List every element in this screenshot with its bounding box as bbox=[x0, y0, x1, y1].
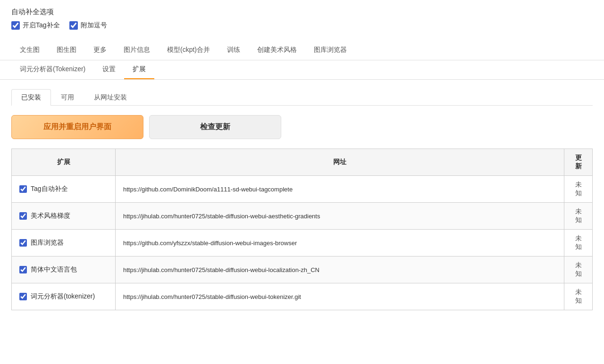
ext-checkbox[interactable] bbox=[19, 185, 27, 193]
ext-update-status: 未知 bbox=[564, 203, 593, 230]
add-comma-option[interactable]: 附加逗号 bbox=[69, 21, 107, 30]
inner-tabs: 已安装 可用 从网址安装 bbox=[11, 89, 593, 106]
add-comma-checkbox[interactable] bbox=[69, 21, 78, 30]
ext-update-status: 未知 bbox=[564, 176, 593, 203]
ext-name: 词元分析器(tokenizer) bbox=[31, 292, 95, 301]
col-header-url: 网址 bbox=[116, 149, 564, 176]
ext-url: https://jihulab.com/hunter0725/stable-di… bbox=[116, 203, 564, 230]
ext-checkbox[interactable] bbox=[19, 266, 27, 273]
main-nav: 文生图 图生图 更多 图片信息 模型(ckpt)合并 训练 创建美术风格 图库浏… bbox=[0, 41, 604, 60]
ext-name: 简体中文语言包 bbox=[31, 265, 77, 274]
ext-url: https://jihulab.com/hunter0725/stable-di… bbox=[116, 256, 564, 283]
ext-name: 美术风格梯度 bbox=[31, 212, 70, 220]
tab-installed[interactable]: 已安装 bbox=[11, 89, 51, 106]
tab-extensions[interactable]: 扩展 bbox=[124, 60, 154, 79]
tag-complete-label: 开启Tag补全 bbox=[23, 21, 60, 30]
ext-name-cell: 简体中文语言包 bbox=[12, 256, 116, 283]
tab-install-url[interactable]: 从网址安装 bbox=[84, 89, 137, 106]
apply-restart-button[interactable]: 应用并重启用户界面 bbox=[11, 115, 143, 139]
col-header-extension: 扩展 bbox=[12, 149, 116, 176]
ext-url: https://github.com/yfszzx/stable-diffusi… bbox=[116, 230, 564, 256]
tab-train[interactable]: 训练 bbox=[218, 41, 249, 60]
autocomplete-section: 自动补全选项 开启Tag补全 附加逗号 bbox=[0, 0, 604, 41]
ext-name: Tag自动补全 bbox=[31, 185, 68, 193]
autocomplete-options: 开启Tag补全 附加逗号 bbox=[11, 21, 593, 30]
content-area: 已安装 可用 从网址安装 应用并重启用户界面 检查更新 扩展 网址 更新 Tag… bbox=[0, 80, 604, 320]
ext-name-cell: Tag自动补全 bbox=[12, 176, 116, 203]
ext-name-cell: 美术风格梯度 bbox=[12, 203, 116, 230]
ext-url: https://github.com/DominikDoom/a1111-sd-… bbox=[116, 176, 564, 203]
table-row: 词元分析器(tokenizer)https://jihulab.com/hunt… bbox=[12, 283, 593, 310]
table-row: 简体中文语言包https://jihulab.com/hunter0725/st… bbox=[12, 256, 593, 283]
ext-update-status: 未知 bbox=[564, 230, 593, 256]
tab-model-merge[interactable]: 模型(ckpt)合并 bbox=[159, 41, 218, 60]
ext-checkbox[interactable] bbox=[19, 212, 27, 220]
ext-checkbox[interactable] bbox=[19, 239, 27, 247]
add-comma-label: 附加逗号 bbox=[81, 21, 107, 30]
ext-name-cell: 图库浏览器 bbox=[12, 230, 116, 256]
table-row: 美术风格梯度https://jihulab.com/hunter0725/sta… bbox=[12, 203, 593, 230]
tab-img-info[interactable]: 图片信息 bbox=[115, 41, 159, 60]
ext-update-status: 未知 bbox=[564, 256, 593, 283]
tag-complete-option[interactable]: 开启Tag补全 bbox=[11, 21, 60, 30]
ext-update-status: 未知 bbox=[564, 283, 593, 310]
ext-checkbox[interactable] bbox=[19, 293, 27, 300]
table-row: Tag自动补全https://github.com/DominikDoom/a1… bbox=[12, 176, 593, 203]
tab-img2img[interactable]: 图生图 bbox=[48, 41, 85, 60]
ext-name: 图库浏览器 bbox=[31, 239, 64, 247]
tab-more[interactable]: 更多 bbox=[85, 41, 115, 60]
tab-tokenizer[interactable]: 词元分析器(Tokenizer) bbox=[11, 60, 94, 79]
action-buttons: 应用并重启用户界面 检查更新 bbox=[11, 115, 593, 139]
ext-name-cell: 词元分析器(tokenizer) bbox=[12, 283, 116, 310]
col-header-update: 更新 bbox=[564, 149, 593, 176]
tab-settings[interactable]: 设置 bbox=[94, 60, 124, 79]
check-update-button[interactable]: 检查更新 bbox=[149, 115, 281, 139]
table-row: 图库浏览器https://github.com/yfszzx/stable-di… bbox=[12, 230, 593, 256]
tab-art-style[interactable]: 创建美术风格 bbox=[249, 41, 305, 60]
autocomplete-title: 自动补全选项 bbox=[11, 8, 593, 17]
tab-gallery[interactable]: 图库浏览器 bbox=[305, 41, 355, 60]
tag-complete-checkbox[interactable] bbox=[11, 21, 20, 30]
sub-nav: 词元分析器(Tokenizer) 设置 扩展 bbox=[0, 60, 604, 80]
extensions-table: 扩展 网址 更新 Tag自动补全https://github.com/Domin… bbox=[11, 149, 593, 310]
tab-available[interactable]: 可用 bbox=[51, 89, 84, 106]
ext-url: https://jihulab.com/hunter0725/stable-di… bbox=[116, 283, 564, 310]
tab-txt2img[interactable]: 文生图 bbox=[11, 41, 48, 60]
